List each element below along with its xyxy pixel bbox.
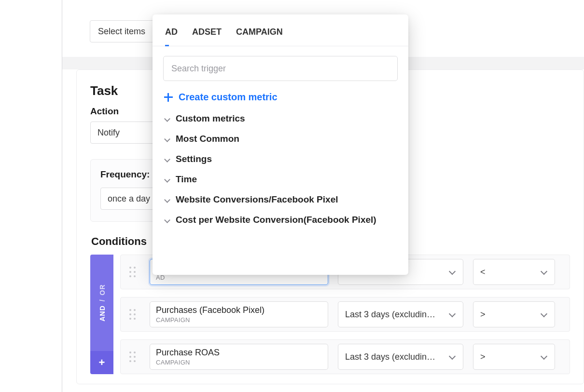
trigger-tab-campaign[interactable]: CAMPAIGN bbox=[236, 27, 283, 46]
trigger-select[interactable]: Purchase ROASCAMPAIGN bbox=[150, 344, 328, 370]
chevron-down-icon bbox=[448, 268, 456, 276]
trigger-tab-adset[interactable]: ADSET bbox=[192, 27, 222, 46]
chevron-down-icon bbox=[164, 136, 170, 142]
trigger-categories: Custom metricsMost CommonSettingsTimeWeb… bbox=[163, 108, 398, 230]
trigger-tabs: ADADSETCAMPAIGN bbox=[153, 14, 408, 46]
trigger-category-label: Custom metrics bbox=[176, 113, 245, 124]
time-window-value: Last 3 days (excludin… bbox=[345, 352, 435, 362]
andor-or: OR bbox=[98, 284, 106, 295]
drag-handle-icon[interactable] bbox=[126, 264, 138, 280]
trigger-category[interactable]: Custom metrics bbox=[163, 108, 398, 129]
plus-icon bbox=[164, 93, 173, 102]
create-custom-metric-label: Create custom metric bbox=[179, 92, 278, 103]
trigger-category-label: Cost per Website Conversion(Facebook Pix… bbox=[176, 215, 376, 225]
trigger-category-label: Most Common bbox=[176, 134, 239, 144]
chevron-down-icon bbox=[540, 311, 548, 318]
chevron-down-icon bbox=[448, 311, 456, 318]
time-window-select[interactable]: Last 3 days (excludin… bbox=[338, 301, 463, 327]
trigger-select[interactable]: Purchases (Facebook Pixel)CAMPAIGN bbox=[150, 301, 328, 327]
trigger-scope-label: AD bbox=[156, 274, 322, 281]
action-value: Notify bbox=[97, 128, 120, 138]
trigger-category[interactable]: Settings bbox=[163, 149, 398, 169]
trigger-category[interactable]: Cost per Website Conversion(Facebook Pix… bbox=[163, 210, 398, 230]
chevron-down-icon bbox=[164, 217, 170, 223]
andor-and: AND bbox=[98, 305, 106, 321]
trigger-select-label: Purchase ROAS bbox=[156, 348, 322, 358]
trigger-search-input[interactable] bbox=[163, 56, 398, 81]
trigger-category-label: Website Conversions/Facebook Pixel bbox=[176, 194, 338, 205]
frequency-value: once a day bbox=[108, 194, 150, 204]
operator-value: < bbox=[480, 267, 486, 277]
trigger-tab-ad[interactable]: AD bbox=[165, 27, 178, 46]
drag-handle-icon[interactable] bbox=[126, 349, 138, 365]
operator-select[interactable]: > bbox=[473, 301, 555, 327]
trigger-category-label: Time bbox=[176, 174, 197, 185]
chevron-down-icon bbox=[540, 353, 548, 361]
trigger-scope-label: CAMPAIGN bbox=[156, 359, 322, 366]
condition-body: Purchase ROASCAMPAIGNLast 3 days (exclud… bbox=[120, 339, 570, 374]
trigger-category[interactable]: Most Common bbox=[163, 129, 398, 149]
trigger-scope-label: CAMPAIGN bbox=[156, 316, 322, 324]
chevron-down-icon bbox=[448, 353, 456, 361]
andor-toggle[interactable]: AND / OR bbox=[90, 255, 113, 351]
operator-value: > bbox=[480, 310, 486, 320]
condition-row: Purchase ROASCAMPAIGNLast 3 days (exclud… bbox=[120, 339, 570, 374]
trigger-dropdown-body: Create custom metric Custom metricsMost … bbox=[153, 46, 408, 271]
trigger-dropdown-panel: ADADSETCAMPAIGN Create custom metric Cus… bbox=[153, 14, 408, 275]
chevron-down-icon bbox=[164, 176, 170, 182]
andor-slash: / bbox=[98, 299, 106, 301]
add-condition-button[interactable]: + bbox=[90, 351, 113, 374]
operator-value: > bbox=[480, 352, 486, 362]
trigger-category[interactable]: Website Conversions/Facebook Pixel bbox=[163, 189, 398, 210]
chevron-down-icon bbox=[540, 268, 548, 276]
time-window-value: Last 3 days (excludin… bbox=[345, 310, 435, 320]
condition-body: Purchases (Facebook Pixel)CAMPAIGNLast 3… bbox=[120, 297, 570, 332]
condition-row: Purchases (Facebook Pixel)CAMPAIGNLast 3… bbox=[120, 297, 570, 332]
drag-handle-icon[interactable] bbox=[126, 307, 138, 322]
create-custom-metric-button[interactable]: Create custom metric bbox=[164, 92, 397, 103]
chevron-down-icon bbox=[164, 197, 170, 203]
time-window-select[interactable]: Last 3 days (excludin… bbox=[338, 344, 463, 370]
operator-select[interactable]: > bbox=[473, 344, 555, 370]
chevron-down-icon bbox=[164, 156, 170, 162]
trigger-category[interactable]: Time bbox=[163, 169, 398, 189]
trigger-category-label: Settings bbox=[176, 154, 212, 164]
trigger-select-label: Purchases (Facebook Pixel) bbox=[156, 305, 322, 315]
operator-select[interactable]: < bbox=[473, 259, 555, 285]
chevron-down-icon bbox=[164, 116, 170, 122]
